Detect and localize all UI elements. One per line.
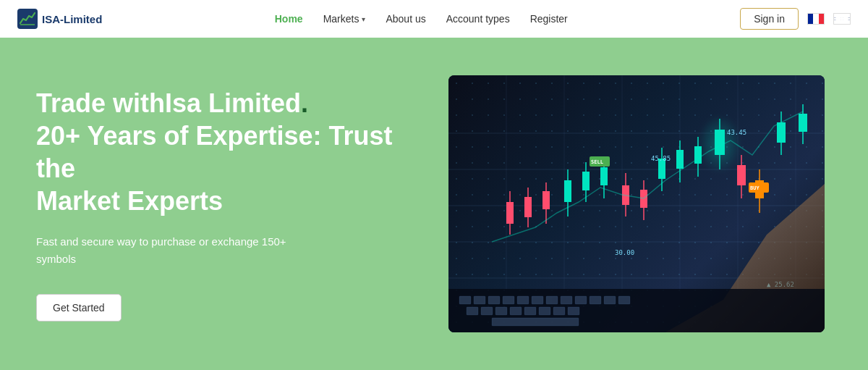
logo-text: ISA-Limited (42, 13, 102, 25)
trading-chart: 45.85 43.45 30.00 ▲ 25.62 SELL BUY (448, 75, 825, 332)
svg-rect-57 (474, 296, 485, 304)
svg-rect-39 (737, 165, 746, 185)
svg-rect-67 (618, 296, 630, 304)
logo-icon (17, 9, 38, 29)
french-flag-icon[interactable] (807, 13, 825, 25)
svg-rect-73 (539, 307, 550, 315)
svg-rect-66 (604, 296, 616, 304)
hero-section: Trade withIsa Limited. 20+ Years of Expe… (0, 38, 868, 370)
nav-markets[interactable]: Markets ▾ (323, 13, 366, 25)
hero-title-dot: . (301, 88, 308, 118)
svg-rect-43 (777, 122, 786, 143)
hero-subtitle: Fast and secure way to purchase or excha… (36, 233, 311, 268)
svg-text:BUY: BUY (750, 185, 760, 191)
hero-title-brand: Isa Limited (165, 88, 301, 118)
logo[interactable]: ISA-Limited (17, 9, 102, 29)
hero-title-line3: Market Experts (36, 186, 223, 216)
svg-rect-75 (568, 307, 579, 315)
svg-text:SELL: SELL (591, 159, 603, 165)
svg-rect-45 (799, 114, 807, 132)
svg-rect-24 (600, 167, 608, 185)
svg-rect-22 (582, 172, 590, 190)
svg-rect-20 (564, 180, 571, 202)
uk-flag-icon[interactable] (833, 13, 851, 25)
chevron-down-icon: ▾ (362, 15, 365, 23)
svg-rect-61 (532, 296, 543, 304)
svg-text:30.00: 30.00 (615, 249, 634, 256)
signin-button[interactable]: Sign in (740, 8, 799, 30)
svg-point-37 (698, 115, 741, 173)
svg-rect-58 (488, 296, 500, 304)
svg-rect-64 (575, 296, 587, 304)
get-started-button[interactable]: Get Started (36, 294, 122, 321)
svg-rect-62 (546, 296, 558, 304)
svg-rect-76 (492, 318, 579, 326)
svg-rect-74 (553, 307, 565, 315)
chart-background: 45.85 43.45 30.00 ▲ 25.62 SELL BUY (448, 75, 825, 332)
hero-title-prefix: Trade with (36, 88, 165, 118)
svg-rect-71 (510, 307, 522, 315)
header: ISA-Limited Home Markets ▾ About us Acco… (0, 0, 868, 38)
hero-text-block: Trade withIsa Limited. 20+ Years of Expe… (36, 87, 412, 321)
svg-rect-65 (590, 296, 601, 304)
nav-about[interactable]: About us (386, 13, 425, 25)
svg-rect-63 (561, 296, 572, 304)
svg-rect-69 (481, 307, 493, 315)
hero-title-line2: 20+ Years of Expertise: Trust the (36, 121, 393, 183)
svg-rect-72 (524, 307, 536, 315)
svg-rect-18 (542, 191, 550, 209)
hero-image: 45.85 43.45 30.00 ▲ 25.62 SELL BUY (448, 75, 825, 332)
svg-rect-68 (467, 307, 478, 315)
svg-text:43.45: 43.45 (727, 129, 746, 136)
svg-rect-14 (506, 202, 514, 224)
svg-rect-59 (503, 296, 514, 304)
svg-rect-70 (495, 307, 507, 315)
nav-account-types[interactable]: Account types (446, 13, 510, 25)
svg-rect-16 (524, 197, 532, 217)
svg-rect-60 (517, 296, 529, 304)
header-right: Sign in (740, 8, 851, 30)
main-nav: Home Markets ▾ About us Account types Re… (275, 13, 568, 25)
nav-register[interactable]: Register (530, 13, 568, 25)
hero-title: Trade withIsa Limited. 20+ Years of Expe… (36, 87, 412, 217)
svg-rect-56 (459, 296, 471, 304)
svg-text:45.85: 45.85 (651, 155, 671, 162)
nav-home[interactable]: Home (275, 13, 303, 25)
svg-rect-32 (676, 150, 684, 169)
